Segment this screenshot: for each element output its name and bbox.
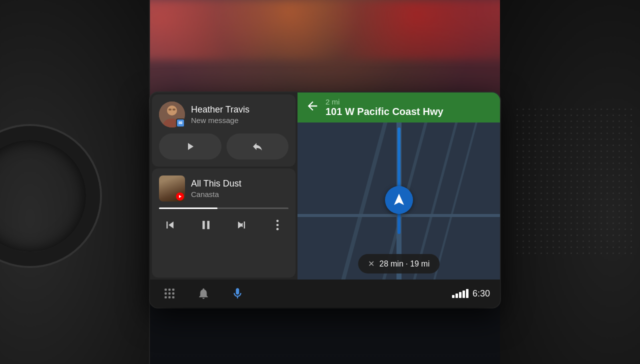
svg-point-3 [168, 108, 172, 110]
left-panel: ✉ Heather Travis New message [150, 92, 298, 280]
message-type: New message [191, 116, 288, 124]
album-art [159, 176, 185, 202]
message-actions [159, 134, 288, 160]
svg-rect-16 [172, 292, 174, 294]
svg-rect-14 [164, 292, 166, 294]
location-dot [385, 186, 413, 214]
progress-fill [159, 208, 218, 209]
song-title: All This Dust [191, 178, 288, 190]
eta-info: 28 min · 19 mi [380, 260, 430, 268]
svg-point-8 [276, 224, 279, 226]
more-vert-icon [270, 218, 284, 232]
signal-bar-1 [452, 295, 454, 298]
eta-bar: ✕ 28 min · 19 mi [358, 254, 440, 274]
bottom-toolbar: 6:30 [150, 280, 500, 308]
svg-point-1 [167, 106, 177, 116]
nav-street: 101 W Pacific Coast Hwy [326, 106, 444, 118]
message-info: Heather Travis New message [191, 104, 288, 125]
speaker-grille-right [515, 107, 635, 257]
android-auto-screen: ✉ Heather Travis New message [150, 92, 500, 308]
more-options-button[interactable] [268, 216, 286, 234]
steering-wheel [0, 126, 100, 266]
avatar-container: ✉ [159, 102, 185, 128]
navigation-arrow-icon [392, 192, 406, 208]
nav-distance: 2 mi [326, 98, 444, 106]
turn-arrow-icon [306, 99, 320, 116]
bell-icon [197, 287, 210, 300]
svg-rect-17 [164, 296, 166, 298]
svg-rect-18 [168, 296, 170, 298]
svg-marker-5 [188, 143, 194, 150]
screen-content: ✉ Heather Travis New message [150, 92, 500, 280]
pause-icon [199, 218, 213, 232]
messaging-app-badge: ✉ [176, 118, 185, 128]
notifications-button[interactable] [194, 284, 213, 303]
skip-next-icon [234, 218, 248, 232]
svg-marker-10 [394, 194, 404, 206]
navigation-panel[interactable]: 2 mi 101 W Pacific Coast Hwy ✕ 28 min · [298, 92, 500, 280]
reply-message-button[interactable] [226, 134, 289, 160]
music-info: All This Dust Canasta [191, 178, 288, 199]
signal-bar-4 [462, 290, 465, 298]
nav-info: 2 mi 101 W Pacific Coast Hwy [326, 98, 444, 118]
svg-rect-15 [168, 292, 170, 294]
signal-bar-3 [459, 292, 462, 298]
eta-distance: 19 mi [410, 260, 430, 268]
svg-point-9 [276, 228, 279, 230]
svg-rect-12 [168, 288, 170, 290]
contact-name: Heather Travis [191, 104, 288, 116]
turn-left-icon [306, 99, 320, 113]
artist-name: Canasta [191, 190, 288, 198]
youtube-music-badge [176, 192, 184, 200]
signal-bars [452, 289, 468, 298]
pause-button[interactable] [197, 216, 215, 234]
route-line [398, 128, 400, 234]
svg-marker-6 [179, 195, 182, 198]
mic-button[interactable] [228, 284, 247, 303]
skip-previous-icon [163, 218, 177, 232]
apps-icon [163, 287, 176, 300]
location-marker [385, 186, 413, 214]
message-card: ✉ Heather Travis New message [152, 94, 296, 166]
svg-point-4 [172, 108, 176, 110]
message-header: ✉ Heather Travis New message [159, 102, 288, 128]
eta-close-button[interactable]: ✕ [368, 259, 374, 268]
youtube-play-icon [178, 194, 182, 199]
music-controls [159, 216, 288, 234]
svg-rect-19 [172, 296, 174, 298]
signal-bar-5 [466, 289, 468, 298]
badge-icon: ✉ [178, 120, 182, 126]
music-card: All This Dust Canasta [152, 168, 296, 278]
apps-button[interactable] [160, 284, 179, 303]
svg-rect-11 [164, 288, 166, 290]
svg-point-7 [276, 220, 279, 222]
dashboard-right-panel [500, 0, 640, 364]
play-icon [184, 140, 196, 152]
navigation-header: 2 mi 101 W Pacific Coast Hwy [298, 92, 500, 122]
dashboard-left-panel: // Rendered inline below via template [0, 0, 150, 364]
time-display: 6:30 [472, 288, 490, 299]
eta-time: 28 min [380, 260, 404, 268]
time-signal: 6:30 [452, 288, 490, 299]
progress-bar[interactable] [159, 208, 288, 209]
next-track-button[interactable] [232, 216, 250, 234]
play-message-button[interactable] [159, 134, 222, 160]
previous-track-button[interactable] [161, 216, 179, 234]
reply-icon [252, 140, 264, 152]
signal-bar-2 [456, 294, 458, 298]
music-header: All This Dust Canasta [159, 176, 288, 202]
svg-rect-13 [172, 288, 174, 290]
mic-icon [231, 287, 244, 300]
